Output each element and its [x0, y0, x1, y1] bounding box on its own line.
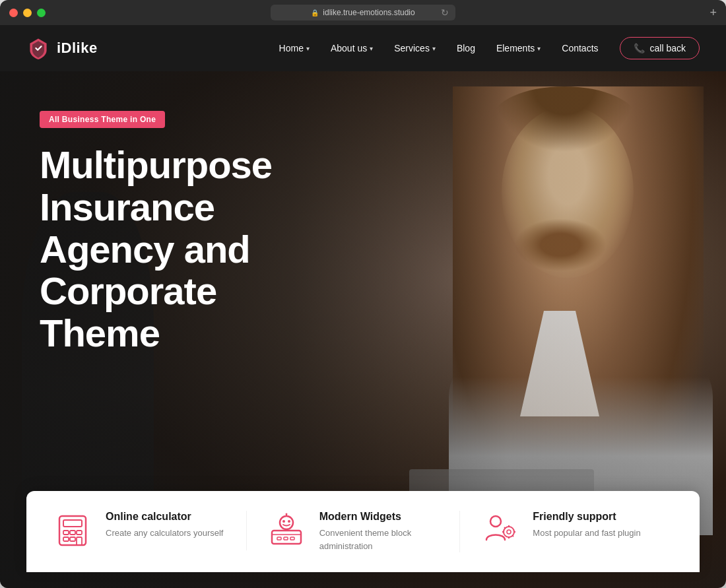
nav-label-services: Services: [394, 43, 430, 53]
logo-icon: [26, 36, 50, 60]
nav-item-home[interactable]: Home ▾: [271, 38, 317, 59]
feature-item-support: Friendly support Most popular and fast p…: [460, 511, 673, 550]
lock-icon: 🔒: [311, 9, 319, 16]
svg-rect-1: [63, 520, 82, 527]
new-tab-button[interactable]: +: [710, 6, 717, 20]
svg-rect-10: [277, 537, 281, 540]
hero-content: All Business Theme in One Multipurpose I…: [0, 71, 726, 491]
site-content: iDlike Home ▾ About us ▾ Services ▾ Blog: [0, 25, 726, 588]
feature-desc-support: Most popular and fast plugin: [533, 527, 640, 540]
url-bar[interactable]: 🔒 idlike.true-emotions.studio ↻: [271, 5, 455, 20]
nav-label-contacts: Contacts: [562, 43, 598, 53]
close-button[interactable]: [9, 9, 18, 17]
logo-area[interactable]: iDlike: [26, 36, 98, 60]
svg-point-20: [507, 530, 511, 534]
svg-point-15: [288, 520, 290, 523]
chevron-down-icon: ▾: [432, 45, 436, 52]
url-text: idlike.true-emotions.studio: [323, 8, 414, 17]
chevron-down-icon: ▾: [370, 45, 373, 52]
nav-item-about[interactable]: About us ▾: [323, 38, 381, 59]
site-header: iDlike Home ▾ About us ▾ Services ▾ Blog: [0, 25, 726, 71]
maximize-button[interactable]: [37, 9, 46, 17]
svg-rect-3: [70, 531, 75, 535]
titlebar: 🔒 idlike.true-emotions.studio ↻ +: [0, 0, 726, 25]
feature-text-widgets: Modern Widgets Convenient theme block ad…: [319, 511, 440, 552]
call-back-label: call back: [650, 43, 686, 53]
feature-item-widgets: Modern Widgets Convenient theme block ad…: [247, 511, 461, 552]
feature-title-support: Friendly support: [533, 511, 640, 523]
svg-line-25: [504, 527, 506, 529]
nav-item-contacts[interactable]: Contacts: [554, 38, 606, 59]
main-nav: Home ▾ About us ▾ Services ▾ Blog Elemen…: [271, 37, 700, 59]
feature-desc-widgets: Convenient theme block administration: [319, 527, 440, 552]
svg-rect-2: [63, 531, 69, 535]
chevron-down-icon: ▾: [537, 45, 541, 52]
nav-label-home: Home: [279, 43, 304, 53]
widgets-icon: [267, 511, 306, 550]
svg-rect-7: [77, 537, 82, 545]
nav-label-about: About us: [331, 43, 367, 53]
nav-label-blog: Blog: [457, 43, 475, 53]
svg-rect-6: [70, 537, 75, 541]
nav-item-blog[interactable]: Blog: [449, 38, 483, 59]
svg-point-17: [285, 513, 287, 515]
hero-section: All Business Theme in One Multipurpose I…: [0, 71, 726, 588]
svg-rect-4: [77, 531, 82, 535]
nav-item-services[interactable]: Services ▾: [386, 38, 444, 59]
calculator-icon: [53, 511, 92, 550]
feature-text-support: Friendly support Most popular and fast p…: [533, 511, 640, 540]
phone-icon: 📞: [634, 43, 645, 53]
window-controls: [9, 9, 46, 17]
mac-window: 🔒 idlike.true-emotions.studio ↻ + iDlike…: [0, 0, 726, 588]
feature-item-calculator: Online calculator Create any calculators…: [53, 511, 247, 550]
hero-badge: All Business Theme in One: [40, 111, 165, 128]
nav-item-elements[interactable]: Elements ▾: [488, 38, 548, 59]
svg-point-14: [282, 520, 285, 523]
feature-bar: Online calculator Create any calculators…: [26, 491, 700, 572]
svg-point-13: [280, 516, 293, 529]
nav-label-elements: Elements: [496, 43, 535, 53]
chevron-down-icon: ▾: [306, 45, 310, 52]
svg-rect-12: [290, 537, 294, 540]
svg-rect-11: [284, 537, 288, 540]
logo-text: iDlike: [57, 40, 98, 57]
feature-title-widgets: Modern Widgets: [319, 511, 440, 523]
refresh-icon[interactable]: ↻: [441, 7, 449, 18]
feature-title-calculator: Online calculator: [106, 511, 223, 523]
minimize-button[interactable]: [23, 9, 32, 17]
svg-line-26: [512, 535, 513, 537]
hero-title: Multipurpose Insurance Agency and Corpor…: [40, 144, 356, 354]
support-icon: [480, 511, 519, 550]
call-back-button[interactable]: 📞 call back: [620, 37, 700, 59]
feature-text-calculator: Online calculator Create any calculators…: [106, 511, 223, 540]
feature-desc-calculator: Create any calculators yourself: [106, 527, 223, 540]
svg-point-18: [490, 516, 501, 527]
svg-rect-5: [63, 537, 69, 541]
